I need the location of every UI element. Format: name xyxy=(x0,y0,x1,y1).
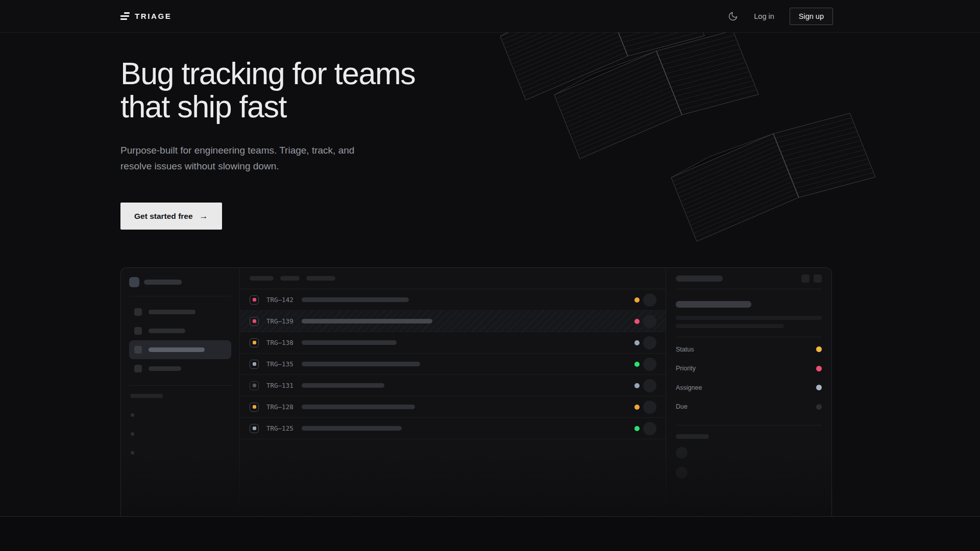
mock-sidebar xyxy=(121,268,240,516)
nav-item-icon xyxy=(134,365,142,372)
detail-field-row: Assignee xyxy=(676,378,822,397)
status-checkbox-icon xyxy=(250,381,259,390)
hero-section: Bug tracking for teamsthat ship fast Pur… xyxy=(120,57,415,230)
nav-item-label-placeholder xyxy=(149,310,195,314)
field-value-dot xyxy=(816,366,822,371)
sidebar-dot xyxy=(131,451,134,455)
status-checkbox-icon xyxy=(250,360,259,369)
priority-dot xyxy=(634,426,640,431)
priority-dot xyxy=(634,319,640,324)
field-label: Due xyxy=(676,403,688,410)
assignee-avatar xyxy=(643,336,656,349)
issue-title-placeholder xyxy=(302,362,420,366)
hero-title: Bug tracking for teamsthat ship fast xyxy=(120,57,415,123)
priority-dot xyxy=(634,297,640,303)
nav-item-label-placeholder xyxy=(149,347,205,352)
detail-field-row: Priority xyxy=(676,359,822,379)
field-label: Assignee xyxy=(676,384,702,391)
nav-item-icon xyxy=(134,327,142,335)
detail-title-placeholder xyxy=(676,301,751,308)
assignee-avatar xyxy=(643,315,656,328)
assignee-avatar xyxy=(643,293,656,307)
mock-issue-row: TRG–135 xyxy=(240,354,666,375)
filter-pill-placeholder xyxy=(250,276,274,281)
detail-action-icon xyxy=(814,274,822,283)
issue-title-placeholder xyxy=(302,319,432,323)
field-value-dot xyxy=(816,346,822,352)
workspace-avatar xyxy=(129,277,139,287)
detail-header xyxy=(676,268,822,289)
workspace-name-placeholder xyxy=(144,280,182,285)
status-checkbox-icon xyxy=(250,338,259,347)
field-label: Priority xyxy=(676,365,696,372)
assignee-avatar xyxy=(643,358,656,371)
detail-header-placeholder xyxy=(676,276,723,282)
assignee-avatar xyxy=(643,379,656,392)
arrow-right-icon: → xyxy=(200,211,208,221)
field-value-dot xyxy=(816,404,822,410)
mock-issue-row: TRG–128 xyxy=(240,396,666,418)
mock-nav-item xyxy=(129,321,231,340)
issue-id: TRG–138 xyxy=(266,339,295,346)
comment-avatar xyxy=(676,467,688,479)
assignee-avatar xyxy=(643,400,656,414)
mock-issue-list: TRG–142 TRG–139 TRG–138 TRG–135 TRG–131 xyxy=(240,268,666,516)
issue-id: TRG–125 xyxy=(266,424,295,432)
status-checkbox-icon xyxy=(250,424,259,433)
sign-up-button[interactable]: Sign up xyxy=(790,8,833,25)
get-started-button[interactable]: Get started free → xyxy=(120,203,222,230)
issue-id: TRG–135 xyxy=(266,360,295,368)
detail-action-icon xyxy=(801,274,810,283)
issue-id: TRG–139 xyxy=(266,317,295,325)
mock-issue-row: TRG–142 xyxy=(240,289,666,311)
mock-issue-row: TRG–138 xyxy=(240,332,666,354)
issue-id: TRG–142 xyxy=(266,296,295,304)
nav-item-icon xyxy=(134,308,142,316)
log-in-link[interactable]: Log in xyxy=(754,12,774,20)
comment-avatar xyxy=(676,447,688,459)
hero-subtitle: Purpose-built for engineering teams. Tri… xyxy=(120,143,415,174)
brand-name: TRIAGE xyxy=(135,12,172,20)
issue-title-placeholder xyxy=(302,405,415,409)
issue-id: TRG–128 xyxy=(266,403,295,411)
issue-title-placeholder xyxy=(302,340,397,345)
triage-logo-icon xyxy=(120,12,130,20)
mock-list-header xyxy=(240,268,666,289)
mock-nav-item xyxy=(129,359,231,378)
mock-issue-row: TRG–139 xyxy=(240,311,666,332)
theme-toggle-button[interactable] xyxy=(727,11,739,22)
priority-dot xyxy=(634,405,640,410)
assignee-avatar xyxy=(643,422,656,435)
issue-title-placeholder xyxy=(302,297,409,302)
detail-description-placeholder xyxy=(676,316,822,320)
mock-workspace-row xyxy=(129,277,231,296)
brand-logo: TRIAGE xyxy=(120,12,172,20)
priority-dot xyxy=(634,362,640,367)
nav-item-label-placeholder xyxy=(149,366,181,371)
mock-nav-item xyxy=(129,303,231,321)
sidebar-section-placeholder xyxy=(130,394,163,398)
top-nav: TRIAGE Log in Sign up xyxy=(0,0,980,33)
mock-sidebar-nav xyxy=(129,303,231,386)
priority-dot xyxy=(634,383,640,388)
moon-icon xyxy=(728,11,738,21)
field-value-dot xyxy=(816,385,822,390)
mock-nav-item-active xyxy=(129,340,231,359)
detail-field-row: Status xyxy=(676,340,822,359)
sidebar-dot xyxy=(131,432,134,436)
app-mockup: TRG–142 TRG–139 TRG–138 TRG–135 TRG–131 xyxy=(120,267,832,516)
status-checkbox-icon xyxy=(250,317,259,326)
detail-description-placeholder xyxy=(676,324,784,328)
priority-dot xyxy=(634,340,640,345)
detail-section-placeholder xyxy=(676,434,709,439)
filter-pill-placeholder xyxy=(280,276,300,281)
field-label: Status xyxy=(676,346,694,353)
status-checkbox-icon xyxy=(250,295,259,305)
status-checkbox-icon xyxy=(250,403,259,412)
detail-field-row: Due xyxy=(676,397,822,417)
mock-issue-row: TRG–131 xyxy=(240,375,666,396)
footer-strip xyxy=(0,516,980,551)
nav-item-icon xyxy=(134,346,142,354)
nav-item-label-placeholder xyxy=(149,329,185,333)
mock-detail-panel: Status Priority Assignee Due xyxy=(666,268,831,516)
